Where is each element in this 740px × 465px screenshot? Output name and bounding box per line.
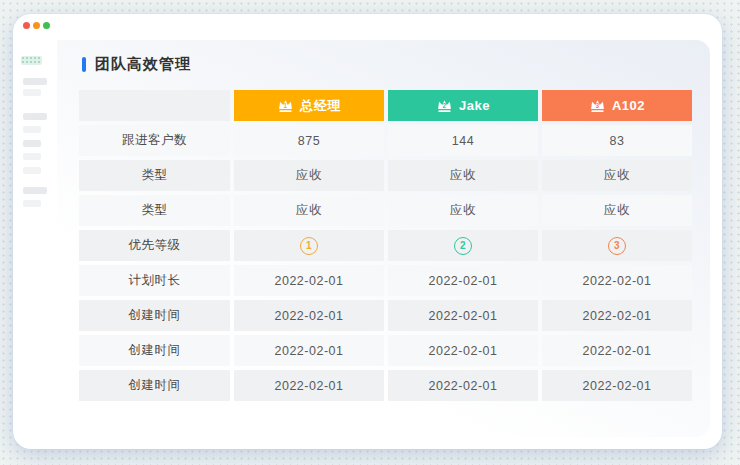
value-cell: 2022-02-01 [234,300,384,331]
svg-text:3: 3 [595,102,599,109]
value-cell: 应收 [388,195,538,226]
row-label-cell: 计划时长 [79,265,230,296]
table-header-row: 1总经理2Jake3A102 [79,90,692,121]
sidebar-skeleton-item [23,113,47,120]
value-cell: 2022-02-01 [234,265,384,296]
value-cell: 2022-02-01 [542,335,692,366]
table-row: 优先等级123 [79,230,692,261]
value-cell: 应收 [542,160,692,191]
value-cell: 应收 [388,160,538,191]
value-cell: 144 [388,125,538,156]
value-cell: 2022-02-01 [388,335,538,366]
value-cell: 应收 [542,195,692,226]
table-row: 创建时间2022-02-012022-02-012022-02-01 [79,370,692,401]
value-cell: 2022-02-01 [388,370,538,401]
column-header-label: Jake [459,98,490,113]
comparison-table: 1总经理2Jake3A102 跟进客户数87514483类型应收应收应收类型应收… [79,90,692,405]
value-cell: 2022-02-01 [542,300,692,331]
sidebar-skeleton-item [23,140,41,147]
page-title-text: 团队高效管理 [95,55,191,74]
crown-icon: 2 [436,98,453,113]
column-header-3[interactable]: 3A102 [542,90,692,121]
column-header-label: 总经理 [300,97,341,115]
value-cell: 1 [234,230,384,261]
table-row: 类型应收应收应收 [79,195,692,226]
title-accent-bar [82,57,86,72]
svg-text:2: 2 [443,102,447,109]
sidebar [13,14,57,449]
row-label-cell: 创建时间 [79,335,230,366]
value-cell: 875 [234,125,384,156]
column-header-label: A102 [612,98,645,113]
row-label-cell: 跟进客户数 [79,125,230,156]
column-header-2[interactable]: 2Jake [388,90,538,121]
row-label-cell: 类型 [79,195,230,226]
sidebar-skeleton-item [23,78,47,85]
table-row: 创建时间2022-02-012022-02-012022-02-01 [79,300,692,331]
table-row: 跟进客户数87514483 [79,125,692,156]
value-cell: 应收 [234,195,384,226]
app-window: 团队高效管理 1总经理2Jake3A102 跟进客户数87514483类型应收应… [13,14,722,449]
value-cell: 2022-02-01 [542,265,692,296]
page-title: 团队高效管理 [82,55,191,74]
value-cell: 2022-02-01 [542,370,692,401]
sidebar-skeleton-item [23,187,47,194]
table-row: 创建时间2022-02-012022-02-012022-02-01 [79,335,692,366]
table-corner-cell [79,90,230,121]
value-cell: 2022-02-01 [388,265,538,296]
sidebar-skeleton-item [23,89,41,96]
value-cell: 2022-02-01 [388,300,538,331]
value-cell: 2022-02-01 [234,370,384,401]
row-label-cell: 创建时间 [79,300,230,331]
value-cell: 83 [542,125,692,156]
value-cell: 2022-02-01 [234,335,384,366]
sidebar-skeleton-item [23,167,41,174]
sidebar-logo-placeholder [21,56,42,65]
value-cell: 3 [542,230,692,261]
value-cell: 应收 [234,160,384,191]
value-cell: 2 [388,230,538,261]
row-label-cell: 类型 [79,160,230,191]
column-header-1[interactable]: 1总经理 [234,90,384,121]
table-row: 计划时长2022-02-012022-02-012022-02-01 [79,265,692,296]
row-label-cell: 优先等级 [79,230,230,261]
crown-icon: 1 [277,98,294,113]
priority-badge: 3 [608,237,626,255]
content-panel: 团队高效管理 1总经理2Jake3A102 跟进客户数87514483类型应收应… [57,40,710,437]
page-background: { "window": { "controls": [ {"name": "cl… [0,0,740,465]
sidebar-skeleton-item [23,153,41,160]
priority-badge: 2 [454,237,472,255]
svg-text:1: 1 [284,102,288,109]
sidebar-skeleton-item [23,126,41,133]
table-row: 类型应收应收应收 [79,160,692,191]
priority-badge: 1 [300,237,318,255]
crown-icon: 3 [589,98,606,113]
row-label-cell: 创建时间 [79,370,230,401]
sidebar-skeleton-item [23,200,41,207]
